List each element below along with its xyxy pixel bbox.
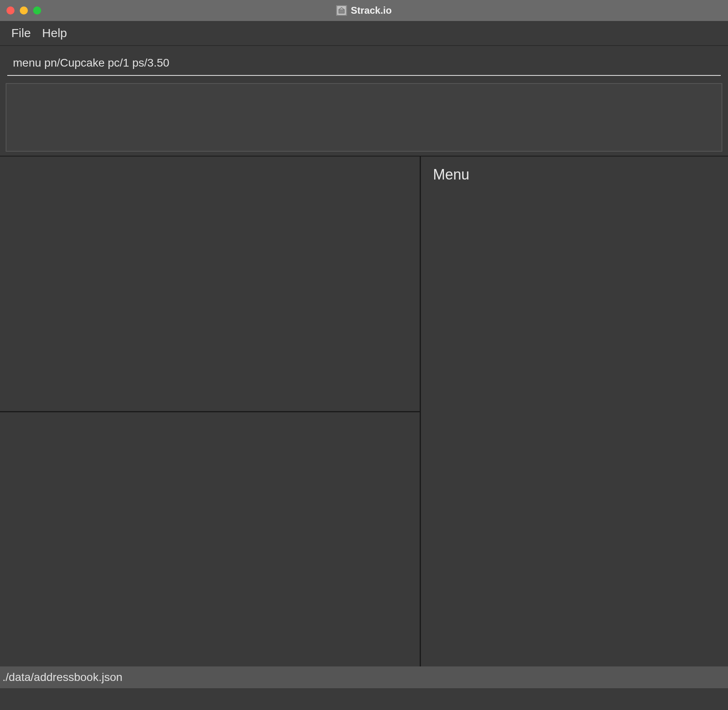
minimize-window-button[interactable] [20,6,28,15]
output-area [0,83,728,156]
command-input[interactable] [7,52,721,76]
window-title-text: Strack.io [351,5,391,16]
statusbar: ./data/addressbook.json [0,666,728,688]
maximize-window-button[interactable] [33,6,41,15]
status-path: ./data/addressbook.json [2,671,122,684]
menu-heading: Menu [433,166,716,183]
svg-rect-0 [339,10,344,13]
app-icon [336,5,347,16]
titlebar: Strack.io [0,0,728,21]
menu-file[interactable]: File [11,26,31,40]
command-bar [0,46,728,83]
window-controls [6,6,41,15]
output-box [6,83,722,152]
main-content: Menu [0,156,728,666]
close-window-button[interactable] [6,6,15,15]
left-top-panel [0,157,420,412]
left-column [0,157,420,666]
right-column: Menu [420,157,728,666]
window-title: Strack.io [336,5,391,16]
menu-help[interactable]: Help [42,26,67,40]
menubar: File Help [0,21,728,46]
left-bottom-panel [0,412,420,667]
